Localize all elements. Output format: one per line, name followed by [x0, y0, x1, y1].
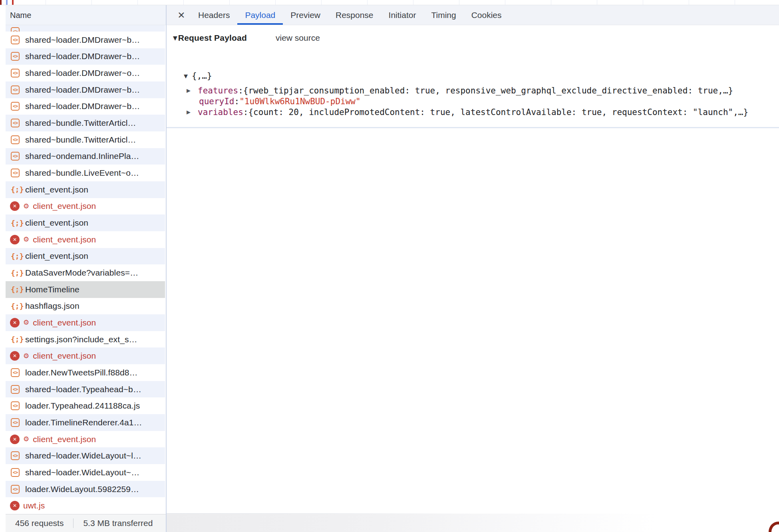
- network-request-row[interactable]: <>shared~loader.DMDrawer~b…: [6, 48, 165, 65]
- section-caret-icon[interactable]: ▼: [173, 35, 177, 41]
- network-request-row[interactable]: <>shared~loader.DMDrawer~b…: [6, 98, 165, 115]
- network-request-row[interactable]: <>loader.Typeahead.241188ca.js: [6, 397, 165, 414]
- request-name: client_event.json: [25, 185, 88, 195]
- json-file-icon: {;}: [11, 219, 20, 227]
- request-name: shared~loader.DMDrawer~b…: [25, 85, 140, 95]
- network-request-row[interactable]: <>shared~loader.DMDrawer~b…: [6, 32, 165, 48]
- network-request-row[interactable]: {;}client_event.json: [6, 181, 165, 198]
- entry-separator: :: [234, 97, 240, 106]
- network-request-row[interactable]: <>shared~bundle.TwitterArticl…: [6, 131, 165, 148]
- status-bar: 456 requests 5.3 MB transferred: [6, 514, 166, 532]
- tab-cookies[interactable]: Cookies: [464, 5, 509, 25]
- request-payload-section-header[interactable]: ▼ Request Payload view source: [173, 30, 320, 46]
- network-request-row[interactable]: <>loader.WideLayout.5982259…: [6, 481, 165, 498]
- script-file-icon: <>: [11, 135, 20, 144]
- entry-value: {count: 20, includePromotedContent: true…: [248, 107, 748, 117]
- network-request-row[interactable]: <>shared~loader.WideLayout~l…: [6, 447, 165, 464]
- script-file-icon: <>: [11, 401, 20, 410]
- script-file-icon: <>: [11, 52, 20, 61]
- script-file-icon: <>: [11, 451, 20, 460]
- error-icon: ✕: [10, 351, 20, 361]
- network-overview-strip: [0, 0, 779, 5]
- view-source-link[interactable]: view source: [276, 33, 320, 43]
- request-name: HomeTimeline: [25, 285, 79, 294]
- name-column-header[interactable]: Name: [6, 5, 166, 25]
- network-request-row[interactable]: <>shared~loader.WideLayout~…: [6, 464, 165, 481]
- network-request-row[interactable]: <>shared~bundle.TwitterArticl…: [6, 115, 165, 131]
- entry-key: features: [198, 86, 238, 95]
- request-list-sidebar: Name <> <>shared~loader.DMDrawer~b… <>sh…: [0, 5, 166, 532]
- request-list: <> <>shared~loader.DMDrawer~b… <>shared~…: [6, 25, 165, 514]
- overview-load-marker: [12, 0, 14, 5]
- tab-initiator[interactable]: Initiator: [381, 5, 424, 25]
- network-request-row[interactable]: ✕⚙client_event.json: [6, 231, 165, 248]
- json-file-icon: {;}: [11, 252, 20, 260]
- network-request-row[interactable]: ✕⚙client_event.json: [6, 198, 165, 215]
- network-request-row[interactable]: <>loader.TimelineRenderer.4a1…: [6, 414, 165, 431]
- request-name: shared~bundle.TwitterArticl…: [25, 118, 136, 128]
- network-request-row[interactable]: ✕uwt.js: [6, 497, 165, 514]
- network-request-row[interactable]: {;}client_event.json: [6, 248, 165, 265]
- script-file-icon: <>: [11, 85, 20, 94]
- payload-entry-row[interactable]: queryId : "1u0Wlkw6Ru1NwBUD-pDiww": [167, 96, 779, 107]
- network-request-row[interactable]: <>shared~bundle.LiveEvent~o…: [6, 165, 165, 181]
- tab-preview[interactable]: Preview: [283, 5, 328, 25]
- request-count: 456 requests: [15, 518, 64, 528]
- script-file-icon: <>: [11, 27, 20, 32]
- overview-domcontentloaded-marker: [6, 0, 8, 5]
- root-caret-icon[interactable]: ▼: [184, 73, 188, 79]
- tab-label: Initiator: [389, 10, 416, 20]
- request-name: client_event.json: [33, 318, 96, 328]
- tab-response[interactable]: Response: [328, 5, 381, 25]
- request-name: client_event.json: [33, 235, 96, 244]
- network-request-row[interactable]: ✕⚙client_event.json: [6, 431, 165, 448]
- entry-separator: :: [243, 107, 248, 117]
- script-file-icon: <>: [11, 36, 20, 44]
- network-request-row[interactable]: <>shared~loader.Typeahead~b…: [6, 381, 165, 398]
- network-request-row[interactable]: {;}hashflags.json: [6, 298, 165, 315]
- error-icon: ✕: [10, 235, 20, 244]
- network-request-row[interactable]: <>shared~ondemand.InlinePla…: [6, 148, 165, 165]
- close-details-button[interactable]: ✕: [172, 5, 191, 25]
- section-bottom-divider: [167, 127, 779, 128]
- payload-root-node[interactable]: ▼ {,…}: [184, 70, 212, 82]
- overview-marker-maroon: [0, 0, 2, 5]
- gear-icon: ⚙: [23, 319, 29, 326]
- network-request-row[interactable]: {;}DataSaverMode?variables=…: [6, 264, 165, 281]
- payload-entry-row[interactable]: ▶ features : {rweb_tipjar_consumption_en…: [167, 85, 779, 96]
- payload-entry-row[interactable]: ▶ variables : {count: 20, includePromote…: [167, 107, 779, 117]
- network-request-row[interactable]: {;}settings.json?include_ext_s…: [6, 331, 165, 348]
- disclosure-triangle-icon[interactable]: ▶: [187, 87, 192, 93]
- tab-headers[interactable]: Headers: [191, 5, 237, 25]
- gear-icon: ⚙: [23, 203, 29, 210]
- request-name: client_event.json: [33, 201, 96, 211]
- root-preview: {,…}: [192, 71, 212, 81]
- request-name: client_event.json: [33, 435, 96, 444]
- network-request-row[interactable]: <>: [6, 25, 165, 32]
- request-name: shared~loader.Typeahead~b…: [25, 385, 141, 394]
- disclosure-triangle-icon[interactable]: ▶: [187, 109, 192, 115]
- request-name: DataSaverMode?variables=…: [25, 268, 138, 278]
- request-name: loader.Typeahead.241188ca.js: [25, 401, 140, 411]
- network-request-row[interactable]: {;}client_event.json: [6, 214, 165, 231]
- entry-separator: :: [238, 86, 243, 95]
- json-file-icon: {;}: [11, 269, 20, 277]
- tab-timing[interactable]: Timing: [423, 5, 463, 25]
- network-request-row[interactable]: <>loader.NewTweetsPill.f88d8…: [6, 364, 165, 381]
- script-file-icon: <>: [11, 385, 20, 394]
- script-file-icon: <>: [11, 69, 20, 77]
- request-name: hashflags.json: [25, 301, 79, 311]
- network-request-row[interactable]: <>shared~loader.DMDrawer~o…: [6, 65, 165, 81]
- gear-icon: ⚙: [23, 436, 29, 443]
- tab-label: Headers: [198, 10, 230, 20]
- network-request-row[interactable]: <>shared~loader.DMDrawer~b…: [6, 81, 165, 98]
- tab-label: Timing: [431, 10, 456, 20]
- window-shadow: [167, 514, 779, 532]
- network-request-row[interactable]: ✕⚙client_event.json: [6, 347, 165, 364]
- request-name: shared~loader.WideLayout~…: [25, 468, 139, 477]
- tab-payload[interactable]: Payload: [237, 5, 283, 25]
- network-request-row[interactable]: {;}HomeTimeline: [6, 281, 165, 298]
- request-name: shared~ondemand.InlinePla…: [25, 151, 139, 161]
- request-name: loader.TimelineRenderer.4a1…: [25, 418, 142, 427]
- network-request-row[interactable]: ✕⚙client_event.json: [6, 314, 165, 331]
